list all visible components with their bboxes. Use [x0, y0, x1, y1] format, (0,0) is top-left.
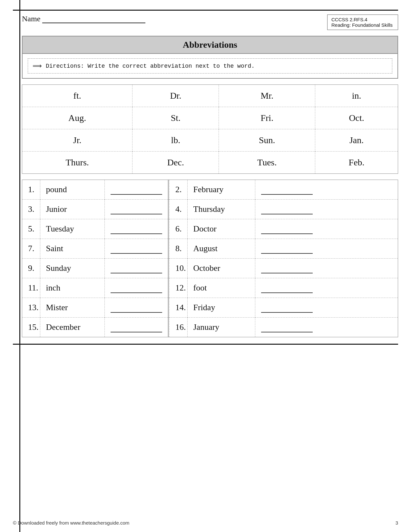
abbreviations-grid: ft.Dr.Mr.in.Aug.St.Fri.Oct.Jr.lb.Sun.Jan…	[22, 84, 398, 174]
exercise-answer-left[interactable]	[104, 318, 168, 337]
abbrev-cell: Dr.	[132, 85, 219, 107]
main-content: Name CCCSS 2.RFS.4 Reading: Foundational…	[22, 15, 398, 337]
top-border	[13, 10, 398, 11]
arrow-icon: ⟹	[33, 62, 42, 70]
abbrev-cell: Jr.	[22, 129, 132, 152]
bottom-border	[13, 344, 398, 345]
exercise-answer-right[interactable]	[255, 318, 398, 337]
exercise-number-right: 2.	[170, 180, 188, 200]
exercise-word-left: inch	[40, 278, 104, 298]
name-line: Name	[22, 15, 145, 23]
exercise-answer-right[interactable]	[255, 259, 398, 278]
footer-copyright: © Downloaded freely from www.theteachers…	[13, 520, 129, 526]
exercise-word-right: February	[187, 180, 255, 200]
exercise-number-right: 16.	[170, 318, 188, 337]
exercise-answer-left[interactable]	[104, 180, 168, 200]
exercise-number-left: 3.	[22, 200, 40, 219]
title-bar: Abbreviations	[23, 36, 397, 54]
page: Name CCCSS 2.RFS.4 Reading: Foundational…	[0, 0, 411, 532]
exercise-word-left: pound	[40, 180, 104, 200]
left-border	[19, 0, 20, 532]
exercise-number-right: 4.	[170, 200, 188, 219]
exercise-word-right: October	[187, 259, 255, 278]
abbrev-cell: ft.	[22, 85, 132, 107]
exercise-number-left: 7.	[22, 239, 40, 259]
exercise-word-left: December	[40, 318, 104, 337]
directions-box: ⟹ Directions: Write the correct abbrevia…	[28, 58, 392, 74]
exercise-number-left: 5.	[22, 219, 40, 239]
exercise-answer-left[interactable]	[104, 219, 168, 239]
abbrev-cell: Mr.	[219, 85, 315, 107]
exercise-number-right: 6.	[170, 219, 188, 239]
exercises-table: 1.pound 2.February 3.Junior 4.Thursday 5…	[22, 180, 398, 337]
abbrev-cell: Feb.	[315, 152, 398, 174]
exercise-answer-left[interactable]	[104, 200, 168, 219]
abbrev-cell: Sun.	[219, 129, 315, 152]
abbrev-cell: Aug.	[22, 107, 132, 129]
abbrev-cell: Tues.	[219, 152, 315, 174]
exercise-answer-right[interactable]	[255, 200, 398, 219]
exercise-word-left: Junior	[40, 200, 104, 219]
exercise-word-left: Saint	[40, 239, 104, 259]
exercise-answer-right[interactable]	[255, 180, 398, 200]
abbrev-cell: Fri.	[219, 107, 315, 129]
directions-text: Directions: Write the correct abbreviati…	[46, 63, 255, 69]
exercise-number-left: 15.	[22, 318, 40, 337]
exercise-number-left: 9.	[22, 259, 40, 278]
exercise-answer-left[interactable]	[104, 298, 168, 318]
exercise-word-right: Friday	[187, 298, 255, 318]
abbrev-cell: Dec.	[132, 152, 219, 174]
exercise-number-right: 8.	[170, 239, 188, 259]
abbrev-cell: Thurs.	[22, 152, 132, 174]
exercise-answer-right[interactable]	[255, 219, 398, 239]
exercise-word-right: August	[187, 239, 255, 259]
exercise-word-left: Tuesday	[40, 219, 104, 239]
abbrev-cell: St.	[132, 107, 219, 129]
exercise-answer-left[interactable]	[104, 278, 168, 298]
exercise-word-right: Thursday	[187, 200, 255, 219]
footer: © Downloaded freely from www.theteachers…	[0, 520, 411, 526]
exercise-number-right: 12.	[170, 278, 188, 298]
footer-page-number: 3	[396, 520, 398, 526]
exercise-number-right: 10.	[170, 259, 188, 278]
abbrev-cell: Oct.	[315, 107, 398, 129]
exercise-word-left: Sunday	[40, 259, 104, 278]
exercise-answer-left[interactable]	[104, 239, 168, 259]
header: Name CCCSS 2.RFS.4 Reading: Foundational…	[22, 15, 398, 30]
abbrev-cell: lb.	[132, 129, 219, 152]
exercise-word-right: Doctor	[187, 219, 255, 239]
exercise-word-right: foot	[187, 278, 255, 298]
abbrev-cell: in.	[315, 85, 398, 107]
standards-line1: CCCSS 2.RFS.4	[331, 17, 394, 22]
exercise-number-right: 14.	[170, 298, 188, 318]
exercise-answer-left[interactable]	[104, 259, 168, 278]
exercise-number-left: 1.	[22, 180, 40, 200]
name-label: Name	[22, 15, 40, 23]
exercise-answer-right[interactable]	[255, 239, 398, 259]
exercise-answer-right[interactable]	[255, 298, 398, 318]
exercise-word-left: Mister	[40, 298, 104, 318]
exercise-number-left: 11.	[22, 278, 40, 298]
abbrev-cell: Jan.	[315, 129, 398, 152]
exercise-answer-right[interactable]	[255, 278, 398, 298]
name-underline	[42, 15, 145, 23]
exercise-number-left: 13.	[22, 298, 40, 318]
standards-line2: Reading: Foundational Skills	[331, 22, 394, 28]
standards-box: CCCSS 2.RFS.4 Reading: Foundational Skil…	[327, 15, 398, 30]
exercise-word-right: January	[187, 318, 255, 337]
title-section: Abbreviations ⟹ Directions: Write the co…	[22, 36, 398, 79]
